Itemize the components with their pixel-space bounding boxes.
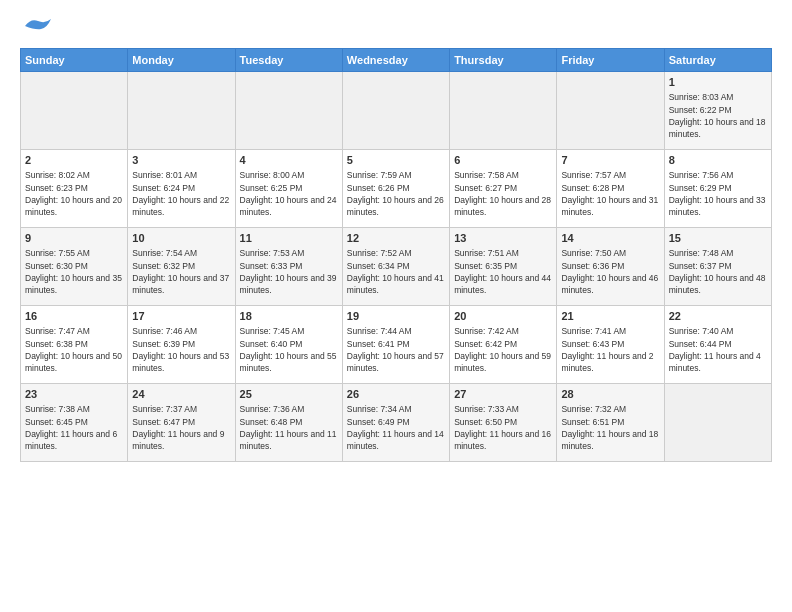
weekday-header-thursday: Thursday [450, 49, 557, 72]
calendar-cell: 6Sunrise: 7:58 AM Sunset: 6:27 PM Daylig… [450, 150, 557, 228]
day-number: 27 [454, 387, 552, 402]
calendar-cell: 1Sunrise: 8:03 AM Sunset: 6:22 PM Daylig… [664, 72, 771, 150]
day-info: Sunrise: 7:32 AM Sunset: 6:51 PM Dayligh… [561, 403, 659, 452]
day-info: Sunrise: 7:33 AM Sunset: 6:50 PM Dayligh… [454, 403, 552, 452]
weekday-header-friday: Friday [557, 49, 664, 72]
day-number: 4 [240, 153, 338, 168]
calendar-cell: 15Sunrise: 7:48 AM Sunset: 6:37 PM Dayli… [664, 228, 771, 306]
calendar-table: SundayMondayTuesdayWednesdayThursdayFrid… [20, 48, 772, 462]
calendar-cell: 27Sunrise: 7:33 AM Sunset: 6:50 PM Dayli… [450, 384, 557, 462]
day-number: 5 [347, 153, 445, 168]
calendar-cell: 9Sunrise: 7:55 AM Sunset: 6:30 PM Daylig… [21, 228, 128, 306]
day-info: Sunrise: 7:41 AM Sunset: 6:43 PM Dayligh… [561, 325, 659, 374]
day-number: 21 [561, 309, 659, 324]
calendar-cell: 23Sunrise: 7:38 AM Sunset: 6:45 PM Dayli… [21, 384, 128, 462]
calendar-cell: 3Sunrise: 8:01 AM Sunset: 6:24 PM Daylig… [128, 150, 235, 228]
calendar-cell: 2Sunrise: 8:02 AM Sunset: 6:23 PM Daylig… [21, 150, 128, 228]
weekday-header-sunday: Sunday [21, 49, 128, 72]
logo-bird-icon [23, 16, 53, 40]
day-number: 13 [454, 231, 552, 246]
header [20, 16, 772, 40]
day-info: Sunrise: 7:48 AM Sunset: 6:37 PM Dayligh… [669, 247, 767, 296]
calendar-week-row: 1Sunrise: 8:03 AM Sunset: 6:22 PM Daylig… [21, 72, 772, 150]
day-info: Sunrise: 7:45 AM Sunset: 6:40 PM Dayligh… [240, 325, 338, 374]
day-info: Sunrise: 7:38 AM Sunset: 6:45 PM Dayligh… [25, 403, 123, 452]
calendar-cell [557, 72, 664, 150]
day-info: Sunrise: 7:51 AM Sunset: 6:35 PM Dayligh… [454, 247, 552, 296]
day-info: Sunrise: 7:59 AM Sunset: 6:26 PM Dayligh… [347, 169, 445, 218]
day-number: 11 [240, 231, 338, 246]
calendar-cell: 21Sunrise: 7:41 AM Sunset: 6:43 PM Dayli… [557, 306, 664, 384]
day-info: Sunrise: 7:37 AM Sunset: 6:47 PM Dayligh… [132, 403, 230, 452]
calendar-cell: 20Sunrise: 7:42 AM Sunset: 6:42 PM Dayli… [450, 306, 557, 384]
day-number: 3 [132, 153, 230, 168]
calendar-cell: 11Sunrise: 7:53 AM Sunset: 6:33 PM Dayli… [235, 228, 342, 306]
day-info: Sunrise: 8:01 AM Sunset: 6:24 PM Dayligh… [132, 169, 230, 218]
day-number: 19 [347, 309, 445, 324]
calendar-cell [235, 72, 342, 150]
calendar-cell [342, 72, 449, 150]
calendar-cell: 14Sunrise: 7:50 AM Sunset: 6:36 PM Dayli… [557, 228, 664, 306]
calendar-cell: 24Sunrise: 7:37 AM Sunset: 6:47 PM Dayli… [128, 384, 235, 462]
day-number: 6 [454, 153, 552, 168]
calendar-cell: 25Sunrise: 7:36 AM Sunset: 6:48 PM Dayli… [235, 384, 342, 462]
day-info: Sunrise: 8:03 AM Sunset: 6:22 PM Dayligh… [669, 91, 767, 140]
calendar-cell: 26Sunrise: 7:34 AM Sunset: 6:49 PM Dayli… [342, 384, 449, 462]
day-info: Sunrise: 7:53 AM Sunset: 6:33 PM Dayligh… [240, 247, 338, 296]
calendar-cell: 12Sunrise: 7:52 AM Sunset: 6:34 PM Dayli… [342, 228, 449, 306]
day-info: Sunrise: 7:42 AM Sunset: 6:42 PM Dayligh… [454, 325, 552, 374]
day-number: 10 [132, 231, 230, 246]
day-info: Sunrise: 8:00 AM Sunset: 6:25 PM Dayligh… [240, 169, 338, 218]
calendar-cell: 19Sunrise: 7:44 AM Sunset: 6:41 PM Dayli… [342, 306, 449, 384]
calendar-cell: 17Sunrise: 7:46 AM Sunset: 6:39 PM Dayli… [128, 306, 235, 384]
day-number: 1 [669, 75, 767, 90]
day-info: Sunrise: 7:46 AM Sunset: 6:39 PM Dayligh… [132, 325, 230, 374]
calendar-cell: 13Sunrise: 7:51 AM Sunset: 6:35 PM Dayli… [450, 228, 557, 306]
weekday-header-saturday: Saturday [664, 49, 771, 72]
calendar-cell [664, 384, 771, 462]
calendar-cell [450, 72, 557, 150]
calendar-week-row: 2Sunrise: 8:02 AM Sunset: 6:23 PM Daylig… [21, 150, 772, 228]
day-info: Sunrise: 7:54 AM Sunset: 6:32 PM Dayligh… [132, 247, 230, 296]
calendar-cell: 22Sunrise: 7:40 AM Sunset: 6:44 PM Dayli… [664, 306, 771, 384]
day-number: 20 [454, 309, 552, 324]
day-number: 8 [669, 153, 767, 168]
day-info: Sunrise: 7:40 AM Sunset: 6:44 PM Dayligh… [669, 325, 767, 374]
calendar-cell: 10Sunrise: 7:54 AM Sunset: 6:32 PM Dayli… [128, 228, 235, 306]
day-number: 16 [25, 309, 123, 324]
weekday-header-monday: Monday [128, 49, 235, 72]
day-number: 15 [669, 231, 767, 246]
day-number: 28 [561, 387, 659, 402]
day-number: 25 [240, 387, 338, 402]
day-info: Sunrise: 7:47 AM Sunset: 6:38 PM Dayligh… [25, 325, 123, 374]
calendar-week-row: 23Sunrise: 7:38 AM Sunset: 6:45 PM Dayli… [21, 384, 772, 462]
page-container: SundayMondayTuesdayWednesdayThursdayFrid… [0, 0, 792, 472]
calendar-week-row: 16Sunrise: 7:47 AM Sunset: 6:38 PM Dayli… [21, 306, 772, 384]
day-info: Sunrise: 7:55 AM Sunset: 6:30 PM Dayligh… [25, 247, 123, 296]
day-info: Sunrise: 7:44 AM Sunset: 6:41 PM Dayligh… [347, 325, 445, 374]
day-number: 18 [240, 309, 338, 324]
day-number: 14 [561, 231, 659, 246]
day-info: Sunrise: 7:36 AM Sunset: 6:48 PM Dayligh… [240, 403, 338, 452]
day-info: Sunrise: 7:34 AM Sunset: 6:49 PM Dayligh… [347, 403, 445, 452]
weekday-header-wednesday: Wednesday [342, 49, 449, 72]
day-number: 17 [132, 309, 230, 324]
calendar-cell: 28Sunrise: 7:32 AM Sunset: 6:51 PM Dayli… [557, 384, 664, 462]
day-info: Sunrise: 7:58 AM Sunset: 6:27 PM Dayligh… [454, 169, 552, 218]
calendar-cell: 18Sunrise: 7:45 AM Sunset: 6:40 PM Dayli… [235, 306, 342, 384]
day-info: Sunrise: 7:52 AM Sunset: 6:34 PM Dayligh… [347, 247, 445, 296]
calendar-cell [128, 72, 235, 150]
weekday-header-row: SundayMondayTuesdayWednesdayThursdayFrid… [21, 49, 772, 72]
day-info: Sunrise: 7:56 AM Sunset: 6:29 PM Dayligh… [669, 169, 767, 218]
calendar-cell: 5Sunrise: 7:59 AM Sunset: 6:26 PM Daylig… [342, 150, 449, 228]
day-number: 12 [347, 231, 445, 246]
day-info: Sunrise: 7:50 AM Sunset: 6:36 PM Dayligh… [561, 247, 659, 296]
calendar-cell: 7Sunrise: 7:57 AM Sunset: 6:28 PM Daylig… [557, 150, 664, 228]
day-number: 9 [25, 231, 123, 246]
day-number: 24 [132, 387, 230, 402]
logo-text [20, 16, 53, 40]
calendar-cell [21, 72, 128, 150]
calendar-cell: 16Sunrise: 7:47 AM Sunset: 6:38 PM Dayli… [21, 306, 128, 384]
calendar-cell: 4Sunrise: 8:00 AM Sunset: 6:25 PM Daylig… [235, 150, 342, 228]
day-number: 7 [561, 153, 659, 168]
